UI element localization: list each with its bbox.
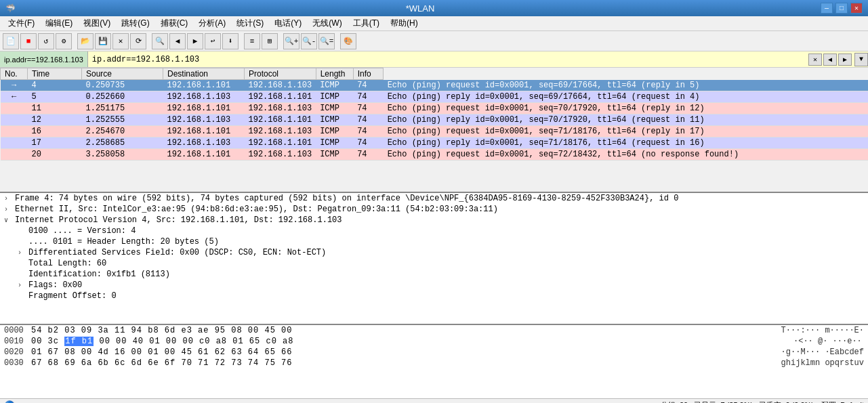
row-dst: 192.168.1.101 bbox=[245, 114, 316, 126]
menu-item-S[interactable]: 统计(S) bbox=[231, 16, 269, 30]
col-header-len[interactable]: Length bbox=[316, 68, 353, 80]
toolbar-color-button[interactable]: 🎨 bbox=[340, 33, 356, 49]
detail-line[interactable]: Identification: 0x1fb1 (8113) bbox=[0, 269, 868, 280]
menu-item-E[interactable]: 编辑(E) bbox=[40, 16, 78, 30]
row-src: 192.168.1.103 bbox=[163, 91, 245, 103]
hex-content: 000054 b2 03 09 3a 11 94 b8 6d e3 ae 95 … bbox=[0, 325, 868, 398]
row-arrow bbox=[1, 103, 28, 114]
table-row[interactable]: 162.254670192.168.1.101192.168.1.103ICMP… bbox=[1, 126, 869, 137]
col-header-time[interactable]: Time bbox=[28, 68, 82, 80]
toolbar-close-button[interactable]: ✕ bbox=[112, 33, 129, 49]
filter-input[interactable] bbox=[88, 51, 806, 67]
row-time: 3.258058 bbox=[82, 149, 163, 161]
row-info: Echo (ping) reply id=0x0001, seq=70/1792… bbox=[384, 114, 868, 126]
detail-line[interactable]: Fragment Offset: 0 bbox=[0, 291, 868, 301]
status-profile: 配置: Default bbox=[821, 400, 864, 403]
toolbar-open-button[interactable]: 📂 bbox=[77, 33, 94, 49]
detail-line[interactable]: › Frame 4: 74 bytes on wire (592 bits), … bbox=[0, 193, 868, 204]
app-icon: 🦈 bbox=[5, 3, 16, 14]
table-row[interactable]: 172.258685192.168.1.103192.168.1.101ICMP… bbox=[1, 137, 869, 149]
col-header-info[interactable]: Info bbox=[353, 68, 384, 80]
detail-line[interactable]: 0100 .... = Version: 4 bbox=[0, 226, 868, 236]
table-row[interactable]: 203.258058192.168.1.101192.168.1.103ICMP… bbox=[1, 149, 869, 161]
detail-expand-icon: › bbox=[18, 282, 26, 289]
toolbar-stop-button[interactable]: ■ bbox=[20, 33, 37, 49]
menu-item-W[interactable]: 无线(W) bbox=[307, 16, 347, 30]
window-controls[interactable]: — □ ✕ bbox=[821, 3, 863, 14]
row-arrow: → bbox=[1, 80, 28, 91]
toolbar-list-button[interactable]: ≡ bbox=[244, 33, 260, 49]
row-time: 1.252555 bbox=[82, 114, 163, 126]
hex-bytes: 01 67 08 00 4d 16 00 01 00 45 61 62 63 6… bbox=[31, 347, 770, 357]
close-button[interactable]: ✕ bbox=[850, 3, 863, 14]
col-header-proto[interactable]: Protocol bbox=[245, 68, 316, 80]
row-proto: ICMP bbox=[316, 114, 353, 126]
toolbar-search-button[interactable]: 🔍 bbox=[152, 33, 168, 49]
menu-item-Y[interactable]: 电话(Y) bbox=[269, 16, 307, 30]
table-row[interactable]: 111.251175192.168.1.101192.168.1.103ICMP… bbox=[1, 103, 869, 114]
row-proto: ICMP bbox=[316, 103, 353, 114]
row-info: Echo (ping) request id=0x0001, seq=72/18… bbox=[384, 149, 868, 161]
packet-tbody: →40.250735192.168.1.101192.168.1.103ICMP… bbox=[1, 80, 869, 161]
menu-item-H[interactable]: 帮助(H) bbox=[385, 16, 423, 30]
title-text: *WLAN bbox=[406, 3, 435, 14]
toolbar-filter-button[interactable]: ⬇ bbox=[222, 33, 239, 49]
toolbar-zoom-in-button[interactable]: 🔍+ bbox=[283, 33, 299, 49]
col-header-src[interactable]: Source bbox=[82, 68, 163, 80]
filter-clear-button[interactable]: ✕ bbox=[808, 54, 822, 66]
col-header-no[interactable]: No. bbox=[1, 68, 28, 80]
col-header-dst[interactable]: Destination bbox=[163, 68, 245, 80]
hex-row: 001000 3c 1f b1 00 00 40 01 00 00 c0 a8 … bbox=[0, 336, 868, 347]
packet-table: No. Time Source Destination Protocol Len… bbox=[0, 68, 868, 161]
menu-item-C[interactable]: 捕获(C) bbox=[155, 16, 194, 30]
toolbar-save-button[interactable]: 💾 bbox=[95, 33, 111, 49]
detail-line[interactable]: › Flags: 0x00 bbox=[0, 280, 868, 291]
table-row[interactable]: →40.250735192.168.1.101192.168.1.103ICMP… bbox=[1, 80, 869, 91]
filter-dropdown-button[interactable]: ▼ bbox=[854, 53, 868, 66]
toolbar-zoom-out-button[interactable]: 🔍- bbox=[301, 33, 317, 49]
row-dst: 192.168.1.103 bbox=[245, 126, 316, 137]
toolbar-forward-button[interactable]: ▶ bbox=[187, 33, 203, 49]
detail-text: Internet Protocol Version 4, Src: 192.16… bbox=[15, 215, 342, 225]
toolbar-back-button[interactable]: ◀ bbox=[169, 33, 186, 49]
row-src: 192.168.1.101 bbox=[163, 126, 245, 137]
menu-item-G[interactable]: 跳转(G) bbox=[116, 16, 154, 30]
menu-item-T[interactable]: 工具(T) bbox=[348, 16, 385, 30]
title-bar: 🦈 *WLAN — □ ✕ bbox=[0, 0, 868, 16]
status-icon: 🔵 bbox=[4, 400, 15, 403]
row-no: 4 bbox=[28, 80, 82, 91]
toolbar-zoom-reset-button[interactable]: 🔍= bbox=[318, 33, 335, 49]
packet-detail: › Frame 4: 74 bytes on wire (592 bits), … bbox=[0, 193, 868, 325]
detail-line[interactable]: Total Length: 60 bbox=[0, 258, 868, 269]
detail-line[interactable]: ∨ Internet Protocol Version 4, Src: 192.… bbox=[0, 215, 868, 226]
maximize-button[interactable]: □ bbox=[835, 3, 848, 14]
table-row[interactable]: 121.252555192.168.1.103192.168.1.101ICMP… bbox=[1, 114, 869, 126]
menu-item-V[interactable]: 视图(V) bbox=[78, 16, 116, 30]
detail-line[interactable]: › Differentiated Services Field: 0x00 (D… bbox=[0, 247, 868, 258]
toolbar-options-button[interactable]: ⚙ bbox=[56, 33, 72, 49]
minimize-button[interactable]: — bbox=[821, 3, 833, 14]
menu-item-F[interactable]: 文件(F) bbox=[3, 16, 40, 30]
status-bar: 🔵 Protocol (ip.proto), 1 byte(s) 分组: 20 … bbox=[0, 398, 868, 403]
row-info: Echo (ping) request id=0x0001, seq=70/17… bbox=[384, 103, 868, 114]
status-stats: 分组: 20 · 已显示: 7 (35.0%) · 已丢弃: 0 (0.0%) … bbox=[661, 400, 864, 403]
filter-label: ip.addr==192.168.1.103 bbox=[0, 51, 88, 67]
toolbar-restart-button[interactable]: ↺ bbox=[38, 33, 54, 49]
row-time: 0.250735 bbox=[82, 80, 163, 91]
filter-next-button[interactable]: ▶ bbox=[838, 54, 852, 66]
hex-offset: 0030 bbox=[4, 358, 31, 368]
hex-highlight: 1f b1 bbox=[64, 337, 94, 346]
toolbar-new-button[interactable]: 📄 bbox=[3, 33, 19, 49]
detail-line[interactable]: .... 0101 = Header Length: 20 bytes (5) bbox=[0, 236, 868, 247]
table-row[interactable]: ←50.252660192.168.1.103192.168.1.101ICMP… bbox=[1, 91, 869, 103]
menu-item-A[interactable]: 分析(A) bbox=[193, 16, 231, 30]
detail-expand-icon: › bbox=[4, 195, 12, 203]
row-info: Echo (ping) request id=0x0001, seq=69/17… bbox=[384, 80, 868, 91]
detail-line[interactable]: › Ethernet II, Src: IntelCor_e3:ae:95 (9… bbox=[0, 204, 868, 215]
toolbar-align-button[interactable]: ⊞ bbox=[262, 33, 278, 49]
row-len: 74 bbox=[353, 149, 384, 161]
row-proto: ICMP bbox=[316, 126, 353, 137]
filter-prev-button[interactable]: ◀ bbox=[823, 54, 837, 66]
toolbar-reload-button[interactable]: ⟳ bbox=[130, 33, 146, 49]
toolbar-goto-button[interactable]: ↩ bbox=[205, 33, 221, 49]
